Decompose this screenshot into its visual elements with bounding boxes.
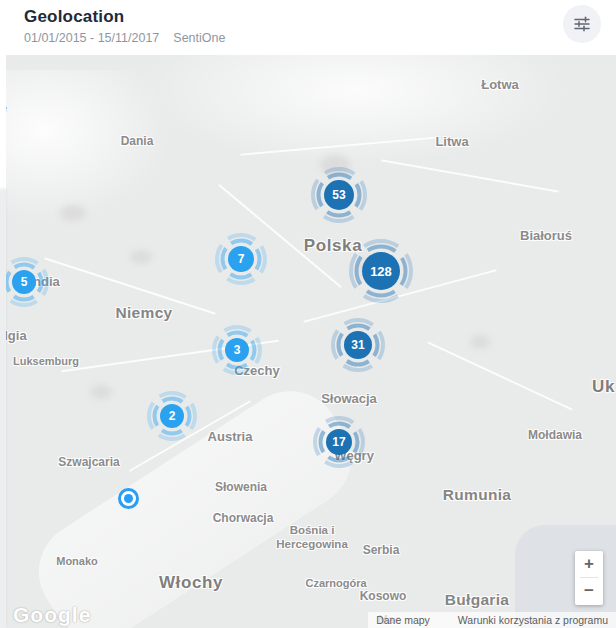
cluster-marker[interactable]: 3	[210, 323, 264, 377]
map-label: Monako	[56, 555, 98, 567]
cluster-marker[interactable]: 5	[0, 255, 51, 309]
zoom-control: + −	[575, 551, 603, 605]
map-label: Rumunia	[443, 486, 511, 504]
cluster-count: 53	[309, 165, 369, 225]
map-label: Bośnia i Hercegowina	[276, 523, 348, 552]
map-label: Białoruś	[520, 228, 572, 243]
terms-link[interactable]: Warunki korzystania z programu	[458, 614, 608, 626]
map-label: Słowacja	[321, 391, 377, 406]
geolocation-widget: Geolocation 01/01/2015 - 15/11/2017Senti…	[0, 0, 616, 628]
cluster-count: 31	[329, 316, 387, 374]
map-label: Mołdawia	[528, 428, 582, 442]
map-label: Uk	[592, 377, 615, 397]
page-title: Geolocation	[24, 7, 124, 27]
map-label: Bułgaria	[445, 591, 509, 609]
zoom-out-button[interactable]: −	[575, 578, 603, 604]
page-edge-strip-bottom	[0, 190, 6, 628]
date-range[interactable]: 01/01/2015 - 15/11/2017	[24, 31, 159, 45]
map-label: Kosowo	[360, 589, 407, 603]
cluster-marker[interactable]: 2	[145, 389, 199, 443]
cluster-count: 128	[347, 237, 415, 305]
map-label: Serbia	[363, 543, 400, 557]
map-label: Włochy	[159, 573, 223, 593]
map-label: Łotwa	[481, 77, 519, 92]
google-logo[interactable]: Google	[13, 603, 91, 627]
widget-header: Geolocation 01/01/2015 - 15/11/2017Senti…	[0, 0, 616, 55]
point-marker[interactable]	[118, 488, 139, 509]
source-label: SentiOne	[173, 31, 225, 45]
map-data-link[interactable]: Dane mapy	[376, 614, 430, 626]
cluster-count: 5	[0, 255, 51, 309]
map-label: Austria	[208, 429, 253, 444]
cluster-marker[interactable]: 128	[347, 237, 415, 305]
sliders-icon	[573, 15, 591, 33]
zoom-in-button[interactable]: +	[575, 551, 603, 577]
filter-button[interactable]	[563, 5, 601, 43]
header-subtitle: 01/01/2015 - 15/11/2017SentiOne	[24, 31, 225, 45]
map-label: Litwa	[435, 134, 468, 149]
attribution-bar: Dane mapy Warunki korzystania z programu	[368, 612, 616, 628]
cluster-count: 17	[311, 414, 367, 470]
map-label: Czarnogóra	[305, 577, 366, 589]
map-label: Chorwacja	[213, 511, 274, 525]
cluster-marker[interactable]: 31	[329, 316, 387, 374]
cluster-count: 7	[213, 231, 269, 287]
page-edge-strip-top	[0, 55, 6, 190]
map-label: Niemcy	[116, 304, 173, 322]
cluster-marker[interactable]: 53	[309, 165, 369, 225]
map-label: Dania	[121, 134, 154, 148]
cluster-marker[interactable]: 17	[311, 414, 367, 470]
map-label: Szwajcaria	[58, 455, 119, 469]
cluster-marker[interactable]: 7	[213, 231, 269, 287]
map-canvas[interactable]: eŁotwaLitwaDaniaPolskaBiałoruśndiaNiemcy…	[0, 55, 616, 628]
map-label: Słowenia	[215, 480, 267, 494]
cluster-count: 3	[210, 323, 264, 377]
map-label: Luksemburg	[13, 355, 79, 367]
cluster-count: 2	[145, 389, 199, 443]
